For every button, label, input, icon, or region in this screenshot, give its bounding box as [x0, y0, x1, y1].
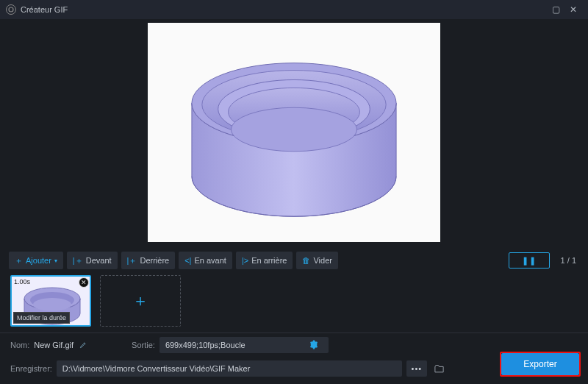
plus-icon: ＋	[132, 290, 148, 312]
frame-duration: 1.00s	[14, 278, 30, 285]
window-close-button[interactable]: ✕	[564, 4, 582, 15]
open-folder-button[interactable]	[431, 360, 448, 377]
move-backward-button[interactable]: |> En arrière	[236, 252, 293, 269]
back-label: Derrière	[140, 256, 169, 265]
insert-back-button[interactable]: |＋ Derrière	[121, 252, 176, 269]
frame-counter: 1 / 1	[561, 256, 576, 265]
name-label: Nom:	[10, 341, 29, 349]
front-label: Devant	[86, 256, 112, 265]
browse-path-button[interactable]: •••	[406, 360, 427, 377]
output-value: 699x499;10fps;Boucle	[165, 341, 245, 349]
add-label: Ajouter	[26, 256, 51, 265]
pause-icon: ❚❚	[522, 256, 537, 266]
edit-name-button[interactable]	[79, 341, 87, 350]
remove-frame-button[interactable]: ✕	[79, 277, 89, 288]
title-bar: Créateur GIF ▢ ✕	[0, 0, 588, 19]
gif-preview	[148, 23, 440, 242]
chevron-left-icon: <|	[184, 256, 191, 265]
chevron-right-icon: |>	[242, 256, 248, 265]
add-button[interactable]: ＋ Ajouter ▾	[9, 252, 63, 269]
thumbnail-frame[interactable]: 1.00s ✕ Modifier la durée	[10, 275, 91, 327]
svg-point-5	[232, 107, 357, 152]
output-settings-field[interactable]: 699x499;10fps;Boucle	[159, 337, 329, 353]
gear-icon[interactable]	[309, 340, 323, 351]
plus-icon: ＋	[15, 255, 23, 266]
save-path-value: D:\Vidmore\Vidmore Convertisseur Vidéo\G…	[62, 364, 251, 373]
app-logo-icon	[6, 4, 16, 15]
output-label: Sortie:	[132, 341, 155, 349]
window-maximize-button[interactable]: ▢	[547, 4, 564, 15]
backward-label: En arrière	[251, 256, 287, 265]
toolbar: ＋ Ajouter ▾ |＋ Devant |＋ Derrière <| En …	[0, 246, 588, 272]
insert-front-icon: |＋	[73, 255, 83, 266]
insert-front-button[interactable]: |＋ Devant	[67, 252, 118, 269]
clear-button[interactable]: 🗑 Vider	[296, 252, 337, 269]
move-forward-button[interactable]: <| En avant	[179, 252, 232, 269]
preview-area	[0, 19, 588, 246]
export-button[interactable]: Exporter	[501, 353, 579, 375]
add-frame-slot[interactable]: ＋	[100, 275, 181, 327]
pause-button[interactable]: ❚❚	[509, 252, 550, 269]
export-label: Exporter	[523, 359, 556, 369]
svg-point-8	[33, 298, 71, 311]
save-label: Enregistrer:	[10, 364, 52, 373]
window-title: Créateur GIF	[21, 5, 68, 14]
export-highlight: Exporter	[500, 352, 581, 377]
svg-point-0	[9, 7, 13, 12]
trash-icon: 🗑	[302, 256, 310, 265]
save-path-field[interactable]: D:\Vidmore\Vidmore Convertisseur Vidéo\G…	[57, 360, 402, 377]
clear-label: Vider	[313, 256, 331, 265]
thumbnail-strip: 1.00s ✕ Modifier la durée ＋	[0, 272, 588, 333]
duration-tooltip: Modifier la durée	[13, 312, 70, 324]
name-value: New Gif.gif	[34, 341, 74, 349]
chevron-down-icon: ▾	[54, 257, 57, 264]
forward-label: En avant	[194, 256, 226, 265]
insert-back-icon: |＋	[127, 255, 137, 266]
